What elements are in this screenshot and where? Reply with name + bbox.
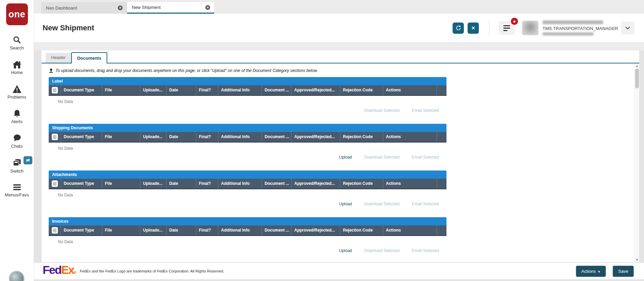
column-header-rejection-code[interactable]: Rejection Code xyxy=(340,225,383,235)
upload-link[interactable]: Upload xyxy=(339,202,352,210)
column-header-actions[interactable]: Actions xyxy=(383,85,437,95)
sidebar-item-chats[interactable]: Chats xyxy=(0,134,34,149)
bell-icon xyxy=(13,109,21,118)
scroll-down-icon[interactable]: ▼ xyxy=(634,257,639,262)
column-header-file[interactable]: File xyxy=(102,85,140,95)
column-header-document[interactable]: Document ... xyxy=(262,225,291,235)
window-tab-neo-dashboard[interactable]: Neo Dashboard ✕ xyxy=(41,2,127,14)
one-network-logo[interactable]: one xyxy=(6,3,28,25)
close-icon: ✕ xyxy=(471,25,475,31)
chevron-down-icon xyxy=(625,27,630,30)
sidebar-item-label: Menus/Favs xyxy=(0,192,34,197)
favorites-star-badge[interactable]: ★ xyxy=(510,17,519,26)
refresh-button[interactable] xyxy=(453,23,464,34)
column-header-approved-rejected[interactable]: Approved/Rejected... xyxy=(291,132,340,142)
column-header-uploade[interactable]: Uploade... xyxy=(140,132,166,142)
tab-documents[interactable]: Documents xyxy=(71,52,108,63)
no-data-row: No Data xyxy=(49,189,446,199)
column-header-uploade[interactable]: Uploade... xyxy=(140,85,166,95)
column-header-final[interactable]: Final? xyxy=(196,225,218,235)
column-header-file[interactable]: File xyxy=(102,132,140,142)
email-selected-link: Email Selected xyxy=(412,202,439,210)
switch-badge-icon[interactable]: ⇄ xyxy=(23,156,32,164)
column-header-date[interactable]: Date xyxy=(166,179,196,189)
actions-button[interactable]: Actions▼ xyxy=(576,266,606,277)
sidebar-item-alerts[interactable]: Alerts xyxy=(0,109,34,124)
scroll-up-icon[interactable]: ▲ xyxy=(634,63,639,68)
column-header-final[interactable]: Final? xyxy=(196,132,218,142)
vertical-scrollbar[interactable]: ▲ ▼ xyxy=(634,63,639,262)
scrollbar-thumb[interactable] xyxy=(635,69,639,88)
close-page-button[interactable]: ✕ xyxy=(468,23,479,34)
column-header-filler xyxy=(437,225,446,235)
support-globe-icon[interactable] xyxy=(9,271,25,281)
column-header-additional-info[interactable]: Additional Info xyxy=(218,179,262,189)
select-all-checkbox[interactable] xyxy=(52,180,58,187)
column-header-date[interactable]: Date xyxy=(166,132,196,142)
upload-link[interactable]: Upload xyxy=(339,248,352,256)
column-header-approved-rejected[interactable]: Approved/Rejected... xyxy=(291,179,340,189)
user-role: TMS.TRANSPORTATION_MANAGER xyxy=(543,26,611,31)
column-header-approved-rejected[interactable]: Approved/Rejected... xyxy=(291,85,340,95)
column-header-document[interactable]: Document ... xyxy=(262,85,291,95)
select-all-checkbox[interactable] xyxy=(52,87,58,93)
select-all-checkbox[interactable] xyxy=(52,134,58,140)
column-header-document-type[interactable]: Document Type xyxy=(61,225,102,235)
document-section-invoices: Invoices Document TypeFileUploade...Date… xyxy=(49,217,446,256)
email-selected-link: Email Selected xyxy=(412,248,439,256)
user-dropdown-button[interactable] xyxy=(621,21,634,34)
column-header-additional-info[interactable]: Additional Info xyxy=(218,225,262,235)
sidebar-item-home[interactable]: Home xyxy=(0,60,34,75)
trademark-text: FedEx and the FedEx Logo are trademarks … xyxy=(80,269,224,273)
user-avatar[interactable] xyxy=(522,21,538,35)
close-tab-icon[interactable]: ✕ xyxy=(205,5,210,10)
sidebar-item-problems[interactable]: Problems xyxy=(0,85,34,100)
column-header-additional-info[interactable]: Additional Info xyxy=(218,132,262,142)
upload-link[interactable]: Upload xyxy=(339,155,352,163)
column-header-actions[interactable]: Actions xyxy=(383,132,437,142)
column-header-date[interactable]: Date xyxy=(166,225,196,235)
download-selected-link: Download Selected xyxy=(364,202,399,210)
section-title: Invoices xyxy=(49,217,446,225)
download-selected-link: Download Selected xyxy=(364,248,399,256)
sidebar-item-label: Alerts xyxy=(0,119,34,124)
column-header-document-type[interactable]: Document Type xyxy=(61,132,102,142)
column-header-final[interactable]: Final? xyxy=(196,179,218,189)
column-header-file[interactable]: File xyxy=(102,179,140,189)
window-tab-label: New Shipment xyxy=(132,5,161,10)
select-all-cell xyxy=(49,225,61,235)
column-header-date[interactable]: Date xyxy=(166,85,196,95)
column-header-rejection-code[interactable]: Rejection Code xyxy=(340,85,383,95)
window-tab-new-shipment[interactable]: New Shipment ✕ xyxy=(127,2,214,14)
column-header-approved-rejected[interactable]: Approved/Rejected... xyxy=(291,225,340,235)
column-header-document-type[interactable]: Document Type xyxy=(61,179,102,189)
warning-icon xyxy=(12,85,22,93)
refresh-icon xyxy=(455,25,461,31)
sidebar-item-menus-favs[interactable]: Menus/Favs xyxy=(0,183,34,197)
column-header-document-type[interactable]: Document Type xyxy=(61,85,102,95)
save-button[interactable]: Save xyxy=(613,266,634,277)
column-header-final[interactable]: Final? xyxy=(196,85,218,95)
column-header-actions[interactable]: Actions xyxy=(383,225,437,235)
column-header-uploade[interactable]: Uploade... xyxy=(140,179,166,189)
column-header-additional-info[interactable]: Additional Info xyxy=(218,85,262,95)
column-header-document[interactable]: Document ... xyxy=(262,179,291,189)
title-bar: New Shipment ✕ ★ TMS.TR xyxy=(34,14,644,43)
column-header-actions[interactable]: Actions xyxy=(383,179,437,189)
column-header-rejection-code[interactable]: Rejection Code xyxy=(340,179,383,189)
column-header-file[interactable]: File xyxy=(102,225,140,235)
column-header-document[interactable]: Document ... xyxy=(262,132,291,142)
window-tab-label: Neo Dashboard xyxy=(46,5,77,11)
close-tab-icon[interactable]: ✕ xyxy=(118,5,123,10)
sidebar-item-switch[interactable]: ⇄ Switch xyxy=(0,158,34,174)
no-data-row: No Data xyxy=(49,143,446,153)
app-root: one Search Home Problems xyxy=(0,0,644,281)
sidebar-item-label: Switch xyxy=(0,168,34,174)
column-header-uploade[interactable]: Uploade... xyxy=(140,225,166,235)
column-header-rejection-code[interactable]: Rejection Code xyxy=(340,132,383,142)
select-all-checkbox[interactable] xyxy=(52,227,58,234)
section-title: Shipping Documents xyxy=(49,124,446,132)
tab-header[interactable]: Header xyxy=(46,53,71,63)
sidebar-item-search[interactable]: Search xyxy=(0,35,34,50)
chat-icon xyxy=(13,134,21,143)
